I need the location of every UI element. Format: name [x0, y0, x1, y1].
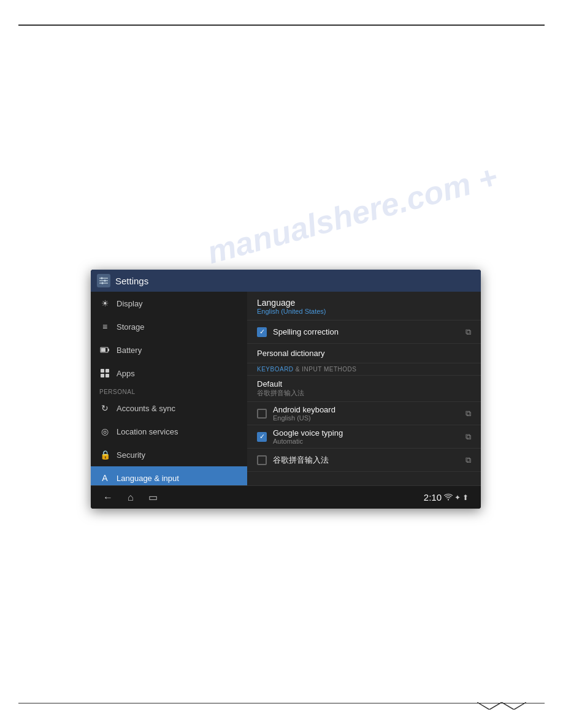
- chinese-input-label: 谷歌拼音输入法: [273, 455, 465, 466]
- charge-icon: ⬆: [462, 493, 469, 502]
- svg-point-4: [104, 280, 106, 282]
- spelling-correction-checkbox[interactable]: ✓: [257, 327, 267, 337]
- chinese-input-checkbox[interactable]: [257, 455, 267, 465]
- bluetooth-icon: ✦: [454, 493, 461, 502]
- svg-point-3: [101, 278, 103, 279]
- device-frame: Settings ☀ Display ≡ Storage: [91, 270, 481, 509]
- location-icon: ◎: [99, 426, 110, 437]
- sidebar-label-security: Security: [117, 450, 145, 460]
- sidebar-label-display: Display: [117, 299, 143, 308]
- language-subtitle: English (United States): [257, 308, 471, 315]
- bottom-zigzag: [477, 702, 526, 710]
- spelling-correction-label: Spelling correction: [273, 327, 465, 336]
- sidebar-item-apps[interactable]: Apps: [91, 362, 247, 385]
- personal-dictionary-label: Personal dictionary: [257, 349, 471, 358]
- sidebar-label-battery: Battery: [117, 346, 142, 355]
- language-title: Language: [257, 298, 471, 308]
- keyboard-label-part1: KEYBOARD: [257, 366, 294, 373]
- svg-rect-10: [105, 369, 109, 373]
- keyboard-label-part2: & INPUT METHODS: [296, 366, 357, 373]
- android-keyboard-row[interactable]: Android keyboard English (US) ⧉: [247, 402, 481, 425]
- clock-display: 2:10: [424, 492, 442, 502]
- sidebar-label-apps: Apps: [117, 369, 135, 378]
- chinese-input-settings-icon[interactable]: ⧉: [465, 455, 471, 465]
- chinese-input-row[interactable]: 谷歌拼音输入法 ⧉: [247, 449, 481, 472]
- spelling-correction-row[interactable]: ✓ Spelling correction ⧉: [247, 320, 481, 344]
- storage-icon: ≡: [99, 321, 110, 332]
- google-voice-typing-settings-icon[interactable]: ⧉: [465, 432, 471, 442]
- android-keyboard-checkbox[interactable]: [257, 409, 267, 419]
- sidebar-label-location-services: Location services: [117, 427, 178, 436]
- spelling-correction-settings-icon[interactable]: ⧉: [465, 327, 471, 337]
- sidebar-item-language-input[interactable]: A Language & input: [91, 466, 247, 485]
- language-row[interactable]: Language English (United States): [247, 292, 481, 320]
- android-keyboard-label: Android keyboard: [273, 405, 465, 414]
- sync-icon: ↻: [99, 403, 110, 414]
- recent-button[interactable]: ▭: [148, 491, 158, 503]
- nav-right: 2:10 ✦ ⬆: [424, 492, 469, 502]
- watermark: manualshere.com +: [204, 158, 502, 271]
- sidebar-item-display[interactable]: ☀ Display: [91, 292, 247, 315]
- battery-icon: [99, 344, 110, 355]
- back-button[interactable]: ←: [103, 492, 113, 503]
- apps-icon: [99, 368, 110, 379]
- bottom-border-line: [18, 703, 545, 703]
- svg-rect-12: [105, 374, 109, 377]
- wifi-icon: [444, 493, 453, 502]
- default-row[interactable]: Default 谷歌拼音输入法: [247, 376, 481, 402]
- svg-rect-7: [108, 349, 109, 351]
- nav-icons-left: ← ⌂ ▭: [103, 491, 158, 503]
- android-keyboard-settings-icon[interactable]: ⧉: [465, 409, 471, 419]
- top-border-line: [18, 25, 545, 26]
- brightness-icon: ☀: [99, 298, 110, 309]
- sidebar-item-battery[interactable]: Battery: [91, 338, 247, 362]
- title-bar: Settings: [91, 270, 481, 292]
- personal-section-header: PERSONAL: [91, 385, 247, 396]
- svg-rect-2: [99, 282, 108, 284]
- svg-rect-8: [101, 348, 105, 352]
- google-voice-typing-label: Google voice typing: [273, 428, 465, 438]
- google-voice-typing-row[interactable]: ✓ Google voice typing Automatic ⧉: [247, 425, 481, 449]
- default-title: Default: [257, 379, 471, 389]
- right-panel: Language English (United States) ✓ Spell…: [247, 292, 481, 485]
- app-title: Settings: [115, 276, 148, 286]
- sidebar-item-storage[interactable]: ≡ Storage: [91, 315, 247, 338]
- svg-point-5: [102, 282, 104, 284]
- google-voice-typing-sublabel: Automatic: [273, 438, 465, 445]
- settings-icon: [97, 274, 110, 287]
- svg-rect-9: [101, 369, 104, 373]
- sidebar-item-security[interactable]: 🔒 Security: [91, 443, 247, 466]
- home-button[interactable]: ⌂: [128, 492, 134, 503]
- android-keyboard-sublabel: English (US): [273, 414, 465, 422]
- lock-icon: 🔒: [99, 449, 110, 460]
- keyboard-section-label: KEYBOARD & INPUT METHODS: [247, 363, 481, 376]
- svg-rect-0: [99, 278, 108, 279]
- sidebar-item-accounts-sync[interactable]: ↻ Accounts & sync: [91, 396, 247, 420]
- personal-dictionary-row[interactable]: Personal dictionary: [247, 344, 481, 363]
- svg-rect-11: [101, 374, 104, 377]
- sidebar-item-location-services[interactable]: ◎ Location services: [91, 420, 247, 443]
- language-icon: A: [99, 472, 110, 483]
- sidebar-label-accounts-sync: Accounts & sync: [117, 404, 175, 413]
- sidebar: ☀ Display ≡ Storage Battery: [91, 292, 247, 485]
- sidebar-label-storage: Storage: [117, 322, 145, 332]
- content-area: ☀ Display ≡ Storage Battery: [91, 292, 481, 485]
- status-icons: ✦ ⬆: [444, 493, 469, 502]
- google-voice-typing-checkbox[interactable]: ✓: [257, 432, 267, 442]
- default-subtitle: 谷歌拼音输入法: [257, 389, 471, 398]
- svg-rect-1: [99, 280, 108, 281]
- sidebar-label-language-input: Language & input: [117, 474, 179, 483]
- nav-bar: ← ⌂ ▭ 2:10 ✦ ⬆: [91, 485, 481, 509]
